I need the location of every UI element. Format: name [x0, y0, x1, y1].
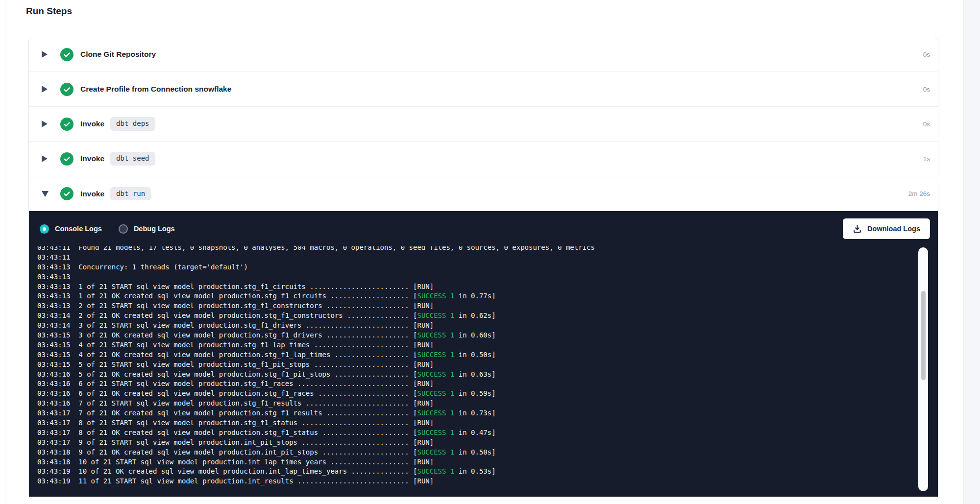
step-row[interactable]: Invokedbt run2m 26s	[29, 176, 938, 211]
content-left-divider	[5, 0, 5, 504]
step-label: Create Profile from Connection snowflake	[80, 85, 231, 94]
log-line: 03:43:11	[37, 253, 918, 263]
log-line: 03:43:16 6 of 21 START sql view model pr…	[37, 379, 918, 389]
log-line: 03:43:13	[37, 272, 918, 282]
log-line: 03:43:16 7 of 21 START sql view model pr…	[37, 399, 918, 408]
log-line: 03:43:11 Found 21 models, 17 tests, 0 sn…	[37, 246, 918, 253]
status-success-icon	[60, 187, 74, 200]
caret-triangle	[42, 51, 48, 58]
log-line: 03:43:13 1 of 21 START sql view model pr…	[37, 282, 918, 292]
page-title: Run Steps	[26, 6, 72, 17]
log-scrollbar-track[interactable]	[918, 247, 928, 491]
expand-caret-icon[interactable]	[42, 155, 49, 162]
success-status-text: SUCCESS 1	[417, 448, 454, 456]
expand-caret-icon[interactable]	[42, 86, 49, 93]
download-logs-label: Download Logs	[867, 225, 920, 233]
success-status-text: SUCCESS 1	[417, 312, 454, 319]
log-line: 03:43:17 9 of 21 START sql view model pr…	[37, 438, 918, 448]
success-status-text: SUCCESS 1	[417, 429, 454, 436]
status-success-icon	[60, 152, 74, 166]
collapse-caret-icon[interactable]	[42, 191, 49, 197]
step-row[interactable]: Create Profile from Connection snowflake…	[29, 72, 938, 107]
step-duration: 0s	[923, 86, 930, 93]
success-status-text: SUCCESS 1	[417, 292, 454, 300]
radio-unselected-icon[interactable]	[119, 224, 128, 234]
log-line: 03:43:17 7 of 21 OK created sql view mod…	[37, 408, 918, 418]
log-line: 03:43:15 3 of 21 OK created sql view mod…	[37, 331, 918, 340]
log-line: 03:43:15 4 of 21 START sql view model pr…	[37, 340, 918, 350]
step-duration: 1s	[923, 155, 930, 163]
download-icon	[853, 224, 862, 234]
log-line: 03:43:18 10 of 21 START sql view model p…	[37, 457, 918, 467]
success-status-text: SUCCESS 1	[417, 331, 454, 339]
success-status-text: SUCCESS 1	[417, 370, 454, 378]
step-duration: 0s	[923, 51, 930, 58]
caret-triangle	[42, 155, 48, 162]
log-line: 03:43:19 11 of 21 START sql view model p…	[37, 477, 918, 486]
log-line: 03:43:17 8 of 21 OK created sql view mod…	[37, 428, 918, 438]
step-command-badge: dbt run	[110, 187, 151, 201]
run-steps-card: Clone Git Repository0sCreate Profile fro…	[28, 37, 938, 497]
log-panel: Console LogsDebug Logs Download Logs 03:…	[29, 211, 938, 497]
step-command-badge: dbt seed	[110, 152, 155, 166]
success-status-text: SUCCESS 1	[417, 467, 454, 475]
success-status-text: SUCCESS 1	[417, 409, 454, 417]
log-line: 03:43:16 5 of 21 OK created sql view mod…	[37, 370, 918, 380]
log-scrollbar-thumb[interactable]	[921, 291, 926, 380]
expand-caret-icon[interactable]	[42, 51, 49, 58]
run-steps-list: Clone Git Repository0sCreate Profile fro…	[29, 37, 938, 211]
download-logs-button[interactable]: Download Logs	[843, 218, 930, 239]
radio-label: Debug Logs	[134, 225, 175, 233]
step-label: Invoke	[80, 190, 104, 198]
step-label: Invoke	[80, 120, 104, 128]
status-success-icon	[60, 118, 74, 131]
console-log-output[interactable]: 03:43:11 Found 21 models, 17 tests, 0 sn…	[29, 246, 938, 497]
log-line: 03:43:18 9 of 21 OK created sql view mod…	[37, 448, 918, 457]
page-right-gutter	[963, 0, 980, 504]
expand-caret-icon[interactable]	[42, 120, 49, 127]
success-status-text: SUCCESS 1	[417, 351, 454, 359]
log-line: 03:43:19 10 of 21 OK created sql view mo…	[37, 467, 918, 477]
console-logs-radio[interactable]: Console Logs	[40, 224, 102, 234]
radio-label: Console Logs	[55, 225, 102, 233]
log-line: 03:43:15 5 of 21 START sql view model pr…	[37, 360, 918, 370]
radio-selected-icon[interactable]	[40, 224, 49, 234]
status-success-icon	[60, 83, 74, 96]
log-line: 03:43:13 2 of 21 START sql view model pr…	[37, 301, 918, 311]
step-row[interactable]: Clone Git Repository0s	[29, 37, 938, 72]
status-success-icon	[60, 48, 74, 61]
log-line: 03:43:13 Concurrency: 1 threads (target=…	[37, 263, 918, 272]
caret-triangle	[42, 86, 48, 93]
log-line: 03:43:13 1 of 21 OK created sql view mod…	[37, 291, 918, 301]
step-duration: 2m 26s	[908, 190, 930, 197]
step-row[interactable]: Invokedbt seed1s	[29, 142, 938, 176]
debug-logs-radio[interactable]: Debug Logs	[119, 224, 175, 234]
caret-triangle	[42, 120, 48, 127]
step-label: Invoke	[80, 154, 104, 163]
log-type-radio-group: Console LogsDebug Logs	[40, 224, 192, 234]
log-line: 03:43:15 4 of 21 OK created sql view mod…	[37, 350, 918, 360]
step-row[interactable]: Invokedbt deps0s	[29, 107, 938, 142]
step-command-badge: dbt deps	[110, 117, 155, 131]
step-duration: 0s	[923, 120, 930, 128]
caret-triangle	[42, 191, 49, 197]
log-line: 03:43:14 3 of 21 START sql view model pr…	[37, 321, 918, 331]
log-line: 03:43:16 6 of 21 OK created sql view mod…	[37, 389, 918, 399]
log-line: 03:43:17 8 of 21 START sql view model pr…	[37, 418, 918, 428]
log-panel-header: Console LogsDebug Logs Download Logs	[29, 211, 938, 246]
step-label: Clone Git Repository	[80, 50, 156, 59]
success-status-text: SUCCESS 1	[417, 389, 454, 397]
log-line: 03:43:14 2 of 21 OK created sql view mod…	[37, 311, 918, 321]
